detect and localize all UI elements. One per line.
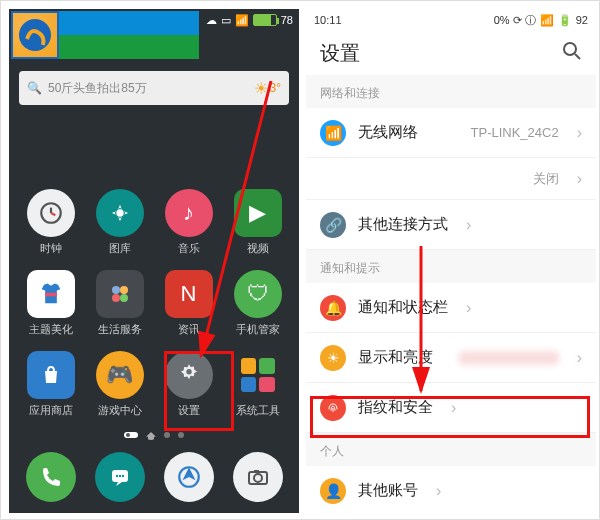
- sun-icon: ☀: [254, 79, 268, 98]
- search-bar[interactable]: 🔍 50斤头鱼拍出85万 ☀ 3°: [19, 71, 289, 105]
- chevron-right-icon: ›: [451, 399, 456, 417]
- app-label: 资讯: [178, 322, 200, 337]
- row-account[interactable]: 👤其他账号›: [306, 466, 596, 513]
- section-header: 个人: [306, 433, 596, 466]
- svg-point-18: [564, 43, 576, 55]
- gallery-icon: [96, 189, 144, 237]
- shield-icon: 🛡: [234, 270, 282, 318]
- svg-point-16: [254, 474, 262, 482]
- app-label: 生活服务: [98, 322, 142, 337]
- app-gallery[interactable]: 图库: [88, 189, 151, 256]
- search-icon[interactable]: [562, 41, 582, 66]
- row-other-conn[interactable]: 🔗其他连接方式›: [306, 200, 596, 250]
- acct-icon: 👤: [320, 478, 346, 504]
- app-label: 游戏中心: [98, 403, 142, 418]
- svg-point-11: [115, 475, 117, 477]
- chevron-right-icon: ›: [577, 124, 582, 142]
- app-label: 主题美化: [29, 322, 73, 337]
- cloud-icon: ☁: [206, 14, 217, 27]
- svg-rect-4: [45, 293, 57, 297]
- app-clock[interactable]: 时钟: [19, 189, 82, 256]
- row-label: 其他连接方式: [358, 215, 448, 234]
- app-video[interactable]: ▶视频: [226, 189, 289, 256]
- page-indicator: [9, 426, 299, 444]
- bag-icon: [27, 351, 75, 399]
- row-label: 通知和状态栏: [358, 298, 448, 317]
- left-screenshot: ☁ ▭ 📶 78 🔍 50斤头鱼拍出85万 ☀ 3° 时钟图库♪音乐▶视频主题美…: [9, 9, 299, 513]
- wifi-icon: 📶: [320, 120, 346, 146]
- app-life[interactable]: 生活服务: [88, 270, 151, 337]
- chevron-right-icon: ›: [436, 482, 441, 500]
- logo-icon: [11, 11, 59, 59]
- app-label: 设置: [178, 403, 200, 418]
- app-label: 系统工具: [236, 403, 280, 418]
- clock-icon: [27, 189, 75, 237]
- svg-point-12: [118, 475, 120, 477]
- web-icon: [164, 452, 214, 502]
- row-value: 关闭: [533, 170, 559, 188]
- blurred-content: [459, 351, 559, 365]
- battery-pct: 78: [281, 14, 293, 26]
- app-label: 视频: [247, 241, 269, 256]
- row-notif[interactable]: 🔔通知和状态栏›: [306, 283, 596, 333]
- app-gamecenter[interactable]: 🎮游戏中心: [88, 351, 151, 418]
- app-news[interactable]: N资讯: [157, 270, 220, 337]
- svg-point-7: [112, 294, 120, 302]
- app-grid: 时钟图库♪音乐▶视频主题美化生活服务N资讯🛡手机管家应用商店🎮游戏中心设置系统工…: [9, 111, 299, 426]
- chevron-right-icon: ›: [466, 216, 471, 234]
- dock-browser[interactable]: [157, 452, 220, 502]
- svg-point-8: [120, 294, 128, 302]
- signal-icon: 📶: [235, 14, 249, 27]
- row-finger[interactable]: 指纹和安全›: [306, 383, 596, 433]
- chat-icon: [95, 452, 145, 502]
- row-hotspot[interactable]: 关闭›: [306, 158, 596, 200]
- app-theme[interactable]: 主题美化: [19, 270, 82, 337]
- svg-point-22: [19, 19, 51, 51]
- status-bar-right: 10:11 0% ⟳ ⓘ 📶 🔋 92: [306, 9, 596, 31]
- search-placeholder: 50斤头鱼拍出85万: [48, 80, 147, 97]
- dock-phone[interactable]: [19, 452, 82, 502]
- app-tools[interactable]: 系统工具: [226, 351, 289, 418]
- play-icon: ▶: [234, 189, 282, 237]
- page-title: 设置: [320, 40, 360, 67]
- search-icon: 🔍: [27, 81, 42, 95]
- app-label: 时钟: [40, 241, 62, 256]
- app-security[interactable]: 🛡手机管家: [226, 270, 289, 337]
- link-icon: 🔗: [320, 212, 346, 238]
- signal-icon: 📶: [540, 14, 554, 27]
- battery-pct: 92: [576, 14, 588, 26]
- life-icon: [96, 270, 144, 318]
- logo-bars: [59, 11, 199, 59]
- section-header: 通知和提示: [306, 250, 596, 283]
- dock: [9, 444, 299, 510]
- svg-line-19: [575, 54, 580, 59]
- tiles-icon: [234, 351, 282, 399]
- app-appstore[interactable]: 应用商店: [19, 351, 82, 418]
- svg-line-2: [51, 213, 55, 215]
- app-music[interactable]: ♪音乐: [157, 189, 220, 256]
- news-icon: N: [165, 270, 213, 318]
- game-icon: 🎮: [96, 351, 144, 399]
- bell-icon: 🔔: [320, 295, 346, 321]
- status-extras: 0% ⟳ ⓘ: [494, 13, 536, 28]
- chevron-right-icon: ›: [577, 170, 582, 188]
- app-label: 应用商店: [29, 403, 73, 418]
- music-icon: ♪: [165, 189, 213, 237]
- weather-widget[interactable]: ☀ 3°: [254, 79, 281, 98]
- status-time: 10:11: [314, 14, 342, 26]
- rect-icon: ▭: [221, 14, 231, 27]
- row-display[interactable]: ☀显示和亮度›: [306, 333, 596, 383]
- app-label: 音乐: [178, 241, 200, 256]
- sun-icon: ☀: [320, 345, 346, 371]
- app-label: 手机管家: [236, 322, 280, 337]
- app-settings[interactable]: 设置: [157, 351, 220, 418]
- dock-camera[interactable]: [226, 452, 289, 502]
- settings-list: 网络和连接📶无线网络TP-LINK_24C2›关闭›🔗其他连接方式›通知和提示🔔…: [306, 75, 596, 513]
- svg-point-13: [121, 475, 123, 477]
- dock-sms[interactable]: [88, 452, 151, 502]
- row-wifi[interactable]: 📶无线网络TP-LINK_24C2›: [306, 108, 596, 158]
- row-label: 无线网络: [358, 123, 418, 142]
- phone-icon: [26, 452, 76, 502]
- watermark-logo: [11, 11, 199, 59]
- cam-icon: [233, 452, 283, 502]
